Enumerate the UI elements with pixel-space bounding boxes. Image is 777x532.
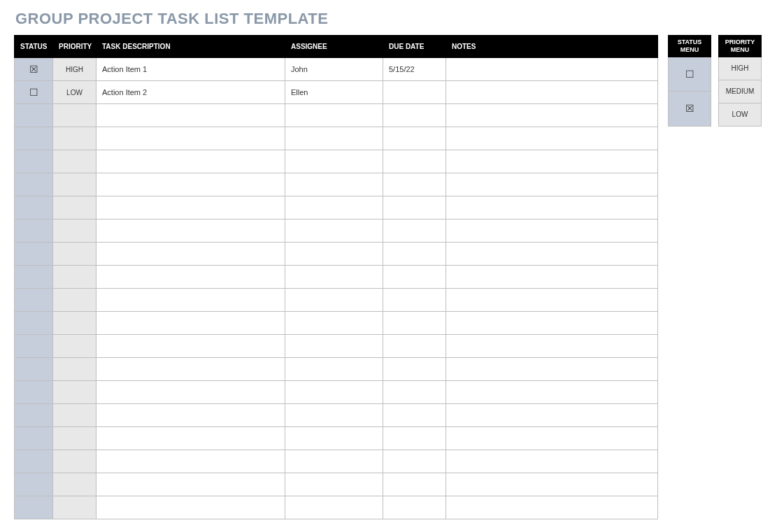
task-cell[interactable] (97, 381, 285, 404)
assignee-cell[interactable] (285, 127, 383, 150)
status-cell[interactable] (15, 150, 53, 173)
priority-cell[interactable] (53, 427, 97, 450)
priority-cell[interactable]: LOW (53, 81, 97, 104)
priority-cell[interactable] (53, 127, 97, 150)
notes-cell[interactable] (446, 127, 658, 150)
status-cell[interactable] (15, 427, 53, 450)
due-cell[interactable] (383, 312, 446, 335)
assignee-cell[interactable] (285, 266, 383, 289)
assignee-cell[interactable] (285, 220, 383, 243)
assignee-cell[interactable]: Ellen (285, 81, 383, 104)
priority-cell[interactable] (53, 381, 97, 404)
task-cell[interactable] (97, 450, 285, 473)
priority-cell[interactable] (53, 243, 97, 266)
priority-cell[interactable] (53, 220, 97, 243)
notes-cell[interactable] (446, 289, 658, 312)
task-cell[interactable]: Action Item 1 (97, 58, 285, 81)
task-cell[interactable] (97, 150, 285, 173)
due-cell[interactable] (383, 473, 446, 496)
notes-cell[interactable] (446, 496, 658, 519)
status-cell[interactable] (15, 104, 53, 127)
due-cell[interactable]: 5/15/22 (383, 58, 446, 81)
priority-cell[interactable] (53, 496, 97, 519)
assignee-cell[interactable] (285, 427, 383, 450)
assignee-cell[interactable] (285, 358, 383, 381)
status-cell[interactable] (15, 404, 53, 427)
task-cell[interactable] (97, 358, 285, 381)
assignee-cell[interactable] (285, 381, 383, 404)
priority-cell[interactable] (53, 404, 97, 427)
status-menu-item[interactable]: ☒ (669, 92, 711, 127)
task-cell[interactable] (97, 104, 285, 127)
task-cell[interactable] (97, 427, 285, 450)
due-cell[interactable] (383, 104, 446, 127)
assignee-cell[interactable] (285, 450, 383, 473)
notes-cell[interactable] (446, 404, 658, 427)
due-cell[interactable] (383, 173, 446, 196)
notes-cell[interactable] (446, 312, 658, 335)
notes-cell[interactable] (446, 450, 658, 473)
status-cell[interactable] (15, 173, 53, 196)
task-cell[interactable] (97, 243, 285, 266)
due-cell[interactable] (383, 127, 446, 150)
priority-cell[interactable] (53, 473, 97, 496)
status-cell[interactable] (15, 220, 53, 243)
priority-cell[interactable] (53, 289, 97, 312)
status-cell[interactable] (15, 450, 53, 473)
status-cell[interactable]: ☒ (15, 58, 53, 81)
notes-cell[interactable] (446, 473, 658, 496)
task-cell[interactable] (97, 335, 285, 358)
assignee-cell[interactable] (285, 289, 383, 312)
task-cell[interactable]: Action Item 2 (97, 81, 285, 104)
priority-cell[interactable] (53, 196, 97, 220)
status-cell[interactable] (15, 127, 53, 150)
due-cell[interactable] (383, 220, 446, 243)
due-cell[interactable] (383, 427, 446, 450)
priority-cell[interactable] (53, 266, 97, 289)
due-cell[interactable] (383, 450, 446, 473)
task-cell[interactable] (97, 404, 285, 427)
status-cell[interactable] (15, 243, 53, 266)
due-cell[interactable] (383, 289, 446, 312)
task-cell[interactable] (97, 196, 285, 220)
status-cell[interactable] (15, 266, 53, 289)
status-cell[interactable] (15, 312, 53, 335)
priority-cell[interactable] (53, 450, 97, 473)
assignee-cell[interactable] (285, 150, 383, 173)
status-cell[interactable] (15, 496, 53, 519)
assignee-cell[interactable] (285, 496, 383, 519)
due-cell[interactable] (383, 266, 446, 289)
priority-menu-item[interactable]: MEDIUM (719, 80, 762, 103)
priority-cell[interactable] (53, 104, 97, 127)
status-cell[interactable] (15, 196, 53, 220)
priority-menu-item[interactable]: HIGH (719, 57, 762, 80)
assignee-cell[interactable] (285, 404, 383, 427)
notes-cell[interactable] (446, 243, 658, 266)
notes-cell[interactable] (446, 266, 658, 289)
status-cell[interactable] (15, 335, 53, 358)
due-cell[interactable] (383, 150, 446, 173)
priority-cell[interactable] (53, 312, 97, 335)
due-cell[interactable] (383, 196, 446, 220)
task-cell[interactable] (97, 312, 285, 335)
status-cell[interactable] (15, 381, 53, 404)
task-cell[interactable] (97, 289, 285, 312)
due-cell[interactable] (383, 381, 446, 404)
notes-cell[interactable] (446, 104, 658, 127)
notes-cell[interactable] (446, 381, 658, 404)
assignee-cell[interactable] (285, 104, 383, 127)
priority-cell[interactable]: HIGH (53, 58, 97, 81)
notes-cell[interactable] (446, 58, 658, 81)
task-cell[interactable] (97, 473, 285, 496)
assignee-cell[interactable] (285, 312, 383, 335)
notes-cell[interactable] (446, 173, 658, 196)
notes-cell[interactable] (446, 220, 658, 243)
task-cell[interactable] (97, 220, 285, 243)
due-cell[interactable] (383, 404, 446, 427)
task-cell[interactable] (97, 173, 285, 196)
due-cell[interactable] (383, 243, 446, 266)
status-cell[interactable] (15, 358, 53, 381)
notes-cell[interactable] (446, 427, 658, 450)
notes-cell[interactable] (446, 196, 658, 220)
status-cell[interactable] (15, 289, 53, 312)
